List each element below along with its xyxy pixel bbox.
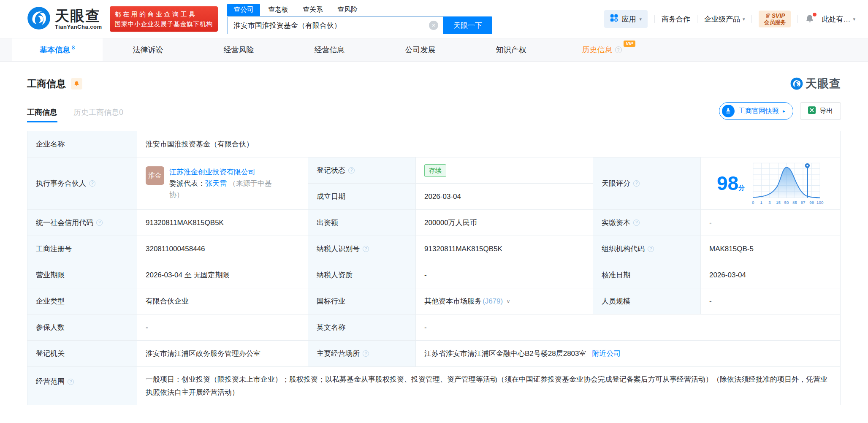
industry-code: (J679) — [483, 296, 503, 307]
help-icon[interactable]: ? — [633, 180, 640, 187]
field-value-registration-status: 存续 — [416, 157, 593, 184]
search-area: 查公司 查老板 查关系 查风险 × 天眼一下 — [227, 4, 492, 34]
tab-basic-info[interactable]: 基本信息 8 — [12, 38, 103, 61]
company-nav-tabs: 基本信息 8 法律诉讼 经营风险 经营信息 公司发展 知识产权 VIP 历史信息… — [0, 38, 868, 62]
tab-label: 经营风险 — [224, 45, 254, 55]
help-icon[interactable]: ? — [633, 220, 640, 226]
field-label-english-name: 英文名称 — [308, 315, 416, 341]
tab-count-badge: 8 — [72, 44, 75, 51]
svg-text:100: 100 — [816, 200, 824, 204]
apps-dropdown[interactable]: 应用 ▾ — [604, 10, 648, 28]
svip-line1: ♛ SVIP — [764, 12, 786, 19]
user-menu[interactable]: 此处有… ▾ — [822, 14, 855, 24]
svg-text:1: 1 — [760, 200, 762, 204]
search-tab-company[interactable]: 查公司 — [227, 4, 260, 16]
field-label-business-scope: 经营范围? — [27, 367, 137, 405]
field-label-tax-id: 纳税人识别号? — [308, 236, 416, 262]
promo-badge: 都在用的商业查询工具 国家中小企业发展子基金旗下机构 — [110, 6, 218, 32]
header-right-nav: 应用 ▾ 商务合作 企业级产品 ▾ ♛ SVIP 会员服务 — [604, 10, 855, 28]
tianyancha-logo[interactable]: 天眼查 TianYanCha.com — [27, 6, 102, 32]
export-label: 导出 — [819, 107, 833, 116]
field-label-reg-number: 工商注册号 — [27, 236, 137, 262]
bell-icon — [73, 81, 80, 87]
section-header: 工商信息 天眼查 — [27, 76, 841, 91]
partner-company-link[interactable]: 江苏淮金创业投资有限公司 — [169, 168, 255, 176]
field-value-reg-number: 320811000458446 — [137, 236, 308, 262]
stamp-icon — [722, 105, 735, 117]
nav-enterprise-products[interactable]: 企业级产品 ▾ — [704, 14, 745, 24]
field-value-company-name: 淮安市国淮投资基金（有限合伙） — [137, 131, 841, 157]
tab-legal-proceedings[interactable]: 法律诉讼 — [103, 38, 193, 61]
field-label-company-type: 企业类型 — [27, 288, 137, 315]
field-value-tianyan-score: 98分 0 — [701, 157, 841, 210]
export-button[interactable]: 导出 — [800, 102, 841, 120]
main-content: 工商信息 天眼查 工商信息 历史工商信息0 — [0, 76, 868, 405]
tab-label: 基本信息 — [40, 45, 70, 55]
divider — [751, 15, 752, 23]
logo-title: 天眼查 — [55, 8, 102, 23]
score-axis-ticks: 0 1 3 15 50 85 97 99 100 — [752, 200, 824, 204]
help-icon[interactable]: ? — [648, 246, 654, 252]
svip-line2: 会员服务 — [764, 19, 786, 26]
search-tab-relation[interactable]: 查关系 — [296, 4, 329, 16]
tab-operating-info[interactable]: 经营信息 — [284, 38, 375, 61]
svip-membership-button[interactable]: ♛ SVIP 会员服务 — [759, 11, 791, 27]
field-value-executive-partner: 淮金 江苏淮金创业投资有限公司 委派代表：张天雷 （来源于中基协） — [137, 157, 308, 210]
section-title: 工商信息 — [27, 77, 66, 90]
tab-label: 知识产权 — [496, 45, 526, 55]
field-value-business-scope: 一般项目：创业投资（限投资未上市企业）；股权投资；以私募基金从事股权投资、投资管… — [137, 367, 841, 405]
svg-text:99: 99 — [809, 200, 814, 204]
subtab-row: 工商信息 历史工商信息0 工商官网快照 ▸ — [27, 102, 841, 122]
search-button[interactable]: 天眼一下 — [443, 16, 492, 34]
tab-intellectual-property[interactable]: 知识产权 — [466, 38, 556, 61]
help-icon[interactable]: ? — [363, 350, 369, 357]
logo-subtitle: TianYanCha.com — [55, 24, 102, 30]
partner-avatar[interactable]: 淮金 — [146, 166, 164, 185]
search-input[interactable] — [227, 16, 443, 34]
field-label-staff-size: 人员规模 — [593, 288, 701, 315]
field-value-tax-id: 91320811MAK815QB5K — [416, 236, 593, 262]
official-snapshot-button[interactable]: 工商官网快照 ▸ — [719, 102, 793, 120]
svg-text:50: 50 — [784, 200, 789, 204]
search-tab-boss[interactable]: 查老板 — [262, 4, 295, 16]
subscribe-bell-button[interactable] — [71, 78, 82, 89]
field-label-industry: 国标行业 — [308, 288, 416, 315]
field-value-paid-capital: - — [701, 210, 841, 236]
chevron-down-icon[interactable]: ∨ — [506, 296, 510, 307]
nearby-companies-link[interactable]: 附近公司 — [592, 348, 621, 359]
field-value-business-term: 2026-03-04 至 无固定期限 — [137, 262, 308, 288]
delegate-name-link[interactable]: 张天雷 — [205, 179, 227, 187]
help-icon[interactable]: ? — [363, 246, 369, 252]
tab-label: 历史信息 — [582, 45, 613, 55]
field-label-registry: 登记机关 — [27, 341, 137, 367]
tab-operating-risk[interactable]: 经营风险 — [193, 38, 284, 61]
help-icon[interactable]: ? — [68, 379, 74, 385]
tab-company-development[interactable]: 公司发展 — [375, 38, 466, 61]
excel-icon — [808, 106, 816, 116]
help-icon[interactable]: ? — [89, 180, 95, 187]
score-number: 98分 — [717, 174, 745, 193]
help-icon[interactable]: ? — [96, 220, 103, 226]
chevron-down-icon: ▾ — [639, 16, 642, 22]
clear-icon[interactable]: × — [429, 21, 438, 30]
subtab-history-business-info[interactable]: 历史工商信息0 — [73, 107, 123, 122]
field-value-approval-date: 2026-03-04 — [701, 262, 841, 288]
help-icon[interactable]: ? — [615, 46, 622, 53]
promo-line1: 都在用的商业查询工具 — [115, 9, 213, 19]
tab-history-info[interactable]: VIP 历史信息 ? — [556, 38, 647, 61]
field-label-executive-partner: 执行事务合伙人? — [27, 157, 137, 210]
field-value-credit-code: 91320811MAK815QB5K — [137, 210, 308, 236]
notification-dot — [813, 13, 816, 16]
subtab-business-info[interactable]: 工商信息 — [27, 107, 57, 122]
nav-business-cooperation[interactable]: 商务合作 — [662, 14, 690, 24]
crown-icon: ♛ — [765, 12, 770, 19]
field-label-capital: 出资额 — [308, 210, 416, 236]
help-icon[interactable]: ? — [348, 167, 355, 174]
notifications-bell[interactable] — [805, 14, 815, 24]
field-value-company-type: 有限合伙企业 — [137, 288, 308, 315]
search-input-wrap: × — [227, 16, 443, 34]
search-tab-risk[interactable]: 查风险 — [331, 4, 364, 16]
field-value-business-address: 江苏省淮安市清江浦区金融中心B2号楼28层2803室 附近公司 — [416, 341, 841, 367]
field-label-approval-date: 核准日期 — [593, 262, 701, 288]
field-value-established-date: 2026-03-04 — [416, 184, 593, 210]
